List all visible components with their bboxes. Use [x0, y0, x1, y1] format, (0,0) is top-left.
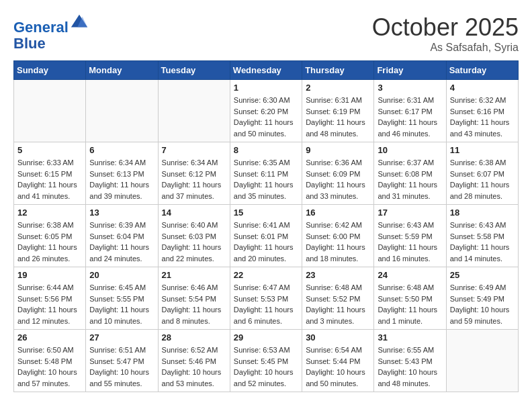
day-number: 9 [306, 145, 370, 155]
day-number: 10 [378, 145, 442, 155]
location: As Safsafah, Syria [372, 42, 519, 54]
day-number: 21 [162, 270, 226, 280]
calendar-table: SundayMondayTuesdayWednesdayThursdayFrid… [13, 60, 519, 392]
day-number: 1 [234, 83, 298, 93]
calendar-cell: 3Sunrise: 6:31 AMSunset: 6:17 PMDaylight… [374, 80, 446, 142]
day-number: 22 [234, 270, 298, 280]
day-info: Sunrise: 6:30 AMSunset: 6:20 PMDaylight:… [234, 95, 298, 139]
day-number: 3 [378, 83, 442, 93]
day-info: Sunrise: 6:34 AMSunset: 6:13 PMDaylight:… [89, 157, 154, 201]
day-number: 17 [378, 208, 442, 218]
day-info: Sunrise: 6:39 AMSunset: 6:04 PMDaylight:… [89, 220, 154, 264]
day-number: 6 [89, 145, 154, 155]
calendar-cell: 14Sunrise: 6:40 AMSunset: 6:03 PMDayligh… [158, 205, 230, 267]
day-header-saturday: Saturday [446, 61, 518, 80]
day-number: 4 [450, 83, 515, 93]
calendar-cell: 29Sunrise: 6:53 AMSunset: 5:45 PMDayligh… [230, 330, 302, 392]
day-info: Sunrise: 6:43 AMSunset: 5:59 PMDaylight:… [378, 220, 442, 264]
calendar-cell: 21Sunrise: 6:46 AMSunset: 5:54 PMDayligh… [158, 267, 230, 330]
day-info: Sunrise: 6:32 AMSunset: 6:16 PMDaylight:… [450, 95, 515, 139]
day-info: Sunrise: 6:41 AMSunset: 6:01 PMDaylight:… [234, 220, 298, 264]
calendar-cell: 10Sunrise: 6:37 AMSunset: 6:08 PMDayligh… [374, 142, 446, 205]
day-info: Sunrise: 6:44 AMSunset: 5:56 PMDaylight:… [17, 282, 82, 326]
calendar-header-row: SundayMondayTuesdayWednesdayThursdayFrid… [14, 61, 519, 80]
day-header-monday: Monday [86, 61, 158, 80]
calendar-cell: 20Sunrise: 6:45 AMSunset: 5:55 PMDayligh… [86, 267, 158, 330]
day-number: 13 [89, 208, 154, 218]
day-info: Sunrise: 6:42 AMSunset: 6:00 PMDaylight:… [306, 220, 370, 264]
day-number: 25 [450, 270, 515, 280]
logo-text: General [13, 13, 89, 36]
day-header-tuesday: Tuesday [158, 61, 230, 80]
day-info: Sunrise: 6:55 AMSunset: 5:43 PMDaylight:… [378, 345, 442, 389]
day-info: Sunrise: 6:51 AMSunset: 5:47 PMDaylight:… [89, 345, 154, 389]
calendar-cell: 18Sunrise: 6:43 AMSunset: 5:58 PMDayligh… [446, 205, 518, 267]
day-header-thursday: Thursday [302, 61, 374, 80]
calendar-cell [14, 80, 86, 142]
calendar-cell [446, 330, 518, 392]
logo-icon [70, 13, 89, 32]
day-number: 23 [306, 270, 370, 280]
day-info: Sunrise: 6:38 AMSunset: 6:05 PMDaylight:… [17, 220, 82, 264]
day-number: 2 [306, 83, 370, 93]
day-number: 11 [450, 145, 515, 155]
week-row-3: 12Sunrise: 6:38 AMSunset: 6:05 PMDayligh… [14, 205, 519, 267]
calendar-cell: 15Sunrise: 6:41 AMSunset: 6:01 PMDayligh… [230, 205, 302, 267]
calendar-cell: 13Sunrise: 6:39 AMSunset: 6:04 PMDayligh… [86, 205, 158, 267]
calendar-cell: 25Sunrise: 6:49 AMSunset: 5:49 PMDayligh… [446, 267, 518, 330]
page-header: General Blue October 2025 As Safsafah, S… [13, 13, 519, 54]
day-number: 31 [378, 332, 442, 342]
day-number: 20 [89, 270, 154, 280]
day-number: 5 [17, 145, 82, 155]
week-row-1: 1Sunrise: 6:30 AMSunset: 6:20 PMDaylight… [14, 80, 519, 142]
day-info: Sunrise: 6:38 AMSunset: 6:07 PMDaylight:… [450, 157, 515, 201]
calendar-cell: 11Sunrise: 6:38 AMSunset: 6:07 PMDayligh… [446, 142, 518, 205]
calendar-cell: 24Sunrise: 6:48 AMSunset: 5:50 PMDayligh… [374, 267, 446, 330]
day-info: Sunrise: 6:43 AMSunset: 5:58 PMDaylight:… [450, 220, 515, 264]
week-row-4: 19Sunrise: 6:44 AMSunset: 5:56 PMDayligh… [14, 267, 519, 330]
calendar-cell: 27Sunrise: 6:51 AMSunset: 5:47 PMDayligh… [86, 330, 158, 392]
day-number: 26 [17, 332, 82, 342]
week-row-2: 5Sunrise: 6:33 AMSunset: 6:15 PMDaylight… [14, 142, 519, 205]
day-number: 7 [162, 145, 226, 155]
day-number: 27 [89, 332, 154, 342]
calendar-cell: 7Sunrise: 6:34 AMSunset: 6:12 PMDaylight… [158, 142, 230, 205]
day-info: Sunrise: 6:49 AMSunset: 5:49 PMDaylight:… [450, 282, 515, 326]
day-number: 29 [234, 332, 298, 342]
calendar-cell [86, 80, 158, 142]
calendar-cell: 2Sunrise: 6:31 AMSunset: 6:19 PMDaylight… [302, 80, 374, 142]
calendar-cell [158, 80, 230, 142]
week-row-5: 26Sunrise: 6:50 AMSunset: 5:48 PMDayligh… [14, 330, 519, 392]
day-number: 16 [306, 208, 370, 218]
logo-blue: Blue [13, 36, 89, 52]
month-title: October 2025 [372, 13, 519, 42]
day-info: Sunrise: 6:31 AMSunset: 6:17 PMDaylight:… [378, 95, 442, 139]
day-info: Sunrise: 6:34 AMSunset: 6:12 PMDaylight:… [162, 157, 226, 201]
day-number: 30 [306, 332, 370, 342]
calendar-cell: 30Sunrise: 6:54 AMSunset: 5:44 PMDayligh… [302, 330, 374, 392]
day-info: Sunrise: 6:50 AMSunset: 5:48 PMDaylight:… [17, 345, 82, 389]
day-info: Sunrise: 6:31 AMSunset: 6:19 PMDaylight:… [306, 95, 370, 139]
day-info: Sunrise: 6:35 AMSunset: 6:11 PMDaylight:… [234, 157, 298, 201]
day-number: 12 [17, 208, 82, 218]
logo: General Blue [13, 13, 89, 52]
day-info: Sunrise: 6:40 AMSunset: 6:03 PMDaylight:… [162, 220, 226, 264]
day-number: 14 [162, 208, 226, 218]
day-info: Sunrise: 6:46 AMSunset: 5:54 PMDaylight:… [162, 282, 226, 326]
day-number: 15 [234, 208, 298, 218]
day-info: Sunrise: 6:48 AMSunset: 5:52 PMDaylight:… [306, 282, 370, 326]
calendar-cell: 6Sunrise: 6:34 AMSunset: 6:13 PMDaylight… [86, 142, 158, 205]
day-number: 28 [162, 332, 226, 342]
calendar-cell: 31Sunrise: 6:55 AMSunset: 5:43 PMDayligh… [374, 330, 446, 392]
day-number: 8 [234, 145, 298, 155]
day-info: Sunrise: 6:36 AMSunset: 6:09 PMDaylight:… [306, 157, 370, 201]
day-info: Sunrise: 6:45 AMSunset: 5:55 PMDaylight:… [89, 282, 154, 326]
day-info: Sunrise: 6:37 AMSunset: 6:08 PMDaylight:… [378, 157, 442, 201]
calendar-cell: 8Sunrise: 6:35 AMSunset: 6:11 PMDaylight… [230, 142, 302, 205]
calendar-cell: 12Sunrise: 6:38 AMSunset: 6:05 PMDayligh… [14, 205, 86, 267]
day-number: 18 [450, 208, 515, 218]
day-number: 19 [17, 270, 82, 280]
day-info: Sunrise: 6:54 AMSunset: 5:44 PMDaylight:… [306, 345, 370, 389]
calendar-cell: 1Sunrise: 6:30 AMSunset: 6:20 PMDaylight… [230, 80, 302, 142]
day-info: Sunrise: 6:52 AMSunset: 5:46 PMDaylight:… [162, 345, 226, 389]
